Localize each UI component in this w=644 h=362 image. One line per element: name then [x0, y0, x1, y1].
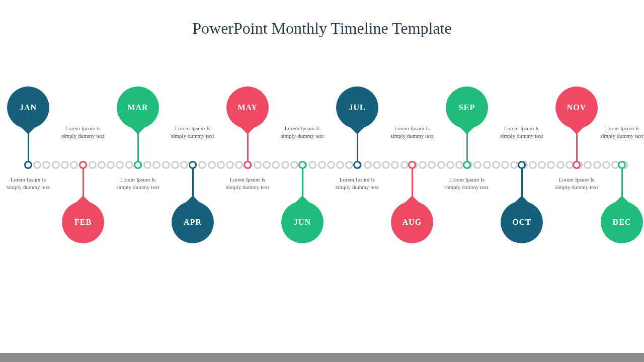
bead — [593, 161, 601, 169]
bead — [538, 161, 546, 169]
month-label: SEP — [459, 103, 475, 112]
month-desc: Lorem Ipsum Is simply dummy text — [332, 176, 382, 191]
bead — [52, 161, 60, 169]
bead — [89, 161, 97, 169]
bead — [198, 161, 206, 169]
bead — [98, 161, 106, 169]
timeline-node-apr — [189, 161, 197, 169]
month-pin-dec: DEC — [601, 201, 643, 243]
timeline-node-nov — [573, 161, 581, 169]
bead — [345, 161, 353, 169]
month-desc: Lorem Ipsum Is simply dummy text — [277, 125, 328, 140]
month-label: MAR — [127, 103, 148, 112]
timeline-node-jul — [353, 161, 361, 169]
bead — [547, 161, 555, 169]
bead — [501, 161, 509, 169]
month-pin-aug: AUG — [391, 201, 433, 243]
bead — [180, 161, 188, 169]
timeline-node-aug — [408, 161, 416, 169]
timeline-node-dec — [618, 161, 626, 169]
month-desc: Lorem Ipsum Is simply dummy text — [442, 176, 492, 191]
month-label: AUG — [403, 218, 422, 227]
bead — [455, 161, 463, 169]
month-label: JUN — [294, 218, 311, 227]
bead — [318, 161, 326, 169]
bead — [217, 161, 225, 169]
month-pin-may: MAY — [226, 86, 269, 129]
month-desc: Lorem Ipsum Is simply dummy text — [113, 176, 163, 191]
bead — [382, 161, 390, 169]
bead — [143, 161, 151, 169]
bead — [529, 161, 537, 169]
timeline-node-jan — [24, 161, 32, 169]
bead — [327, 161, 335, 169]
month-pin-sep: SEP — [446, 86, 488, 129]
month-pin-oct: OCT — [501, 201, 543, 243]
bead — [446, 161, 454, 169]
bead — [107, 161, 115, 169]
month-desc: Lorem Ipsum Is simply dummy text — [222, 176, 273, 191]
bead — [125, 161, 133, 169]
bead-row — [24, 161, 629, 169]
bead — [437, 161, 445, 169]
bead — [308, 161, 316, 169]
month-label: FEB — [74, 218, 92, 227]
bead — [419, 161, 427, 169]
bead — [208, 161, 216, 169]
bead — [33, 161, 41, 169]
bead — [290, 161, 298, 169]
month-label: JAN — [20, 103, 37, 112]
month-label: MAY — [237, 103, 258, 112]
month-label: APR — [184, 218, 202, 227]
month-desc: Lorem Ipsum Is simply dummy text — [597, 125, 644, 140]
bead — [492, 161, 500, 169]
bead — [473, 161, 481, 169]
bead — [400, 161, 409, 169]
bead — [162, 161, 170, 169]
month-desc: Lorem Ipsum Is simply dummy text — [387, 125, 437, 140]
month-pin-jul: JUL — [336, 86, 378, 129]
month-label: JUL — [349, 103, 365, 112]
bead — [235, 161, 243, 169]
month-label: DEC — [613, 218, 631, 227]
timeline-node-jun — [298, 161, 306, 169]
bead — [391, 161, 399, 169]
bead — [152, 161, 160, 169]
timeline-node-sep — [463, 161, 471, 169]
bead — [428, 161, 436, 169]
timeline: JANLorem Ipsum Is simply dummy textFEBLo… — [0, 0, 644, 362]
timeline-node-oct — [518, 161, 526, 169]
bead — [226, 161, 234, 169]
bead — [42, 161, 50, 169]
month-pin-jun: JUN — [281, 201, 324, 243]
bead — [70, 161, 78, 169]
bead — [254, 161, 262, 169]
bead — [336, 161, 344, 169]
month-label: OCT — [512, 218, 531, 227]
month-pin-jan: JAN — [7, 86, 49, 129]
bead — [263, 161, 271, 169]
month-pin-nov: NOV — [555, 86, 598, 129]
bead — [483, 161, 491, 169]
month-desc: Lorem Ipsum Is simply dummy text — [58, 125, 108, 140]
timeline-node-may — [244, 161, 252, 169]
bead — [602, 161, 610, 169]
timeline-node-mar — [134, 161, 142, 169]
month-label: NOV — [567, 103, 587, 112]
bead — [281, 161, 289, 169]
bead — [116, 161, 124, 169]
bead — [584, 161, 592, 169]
bead — [364, 161, 372, 169]
bead — [556, 161, 565, 169]
month-pin-apr: APR — [172, 201, 214, 243]
bead — [373, 161, 381, 169]
month-desc: Lorem Ipsum Is simply dummy text — [168, 125, 218, 140]
footer-bar — [0, 353, 644, 362]
bead — [171, 161, 179, 169]
month-desc: Lorem Ipsum Is simply dummy text — [497, 125, 547, 140]
bead — [61, 161, 69, 169]
month-pin-mar: MAR — [117, 86, 159, 129]
month-desc: Lorem Ipsum Is simply dummy text — [3, 176, 53, 191]
timeline-node-feb — [79, 161, 87, 169]
bead — [272, 161, 280, 169]
